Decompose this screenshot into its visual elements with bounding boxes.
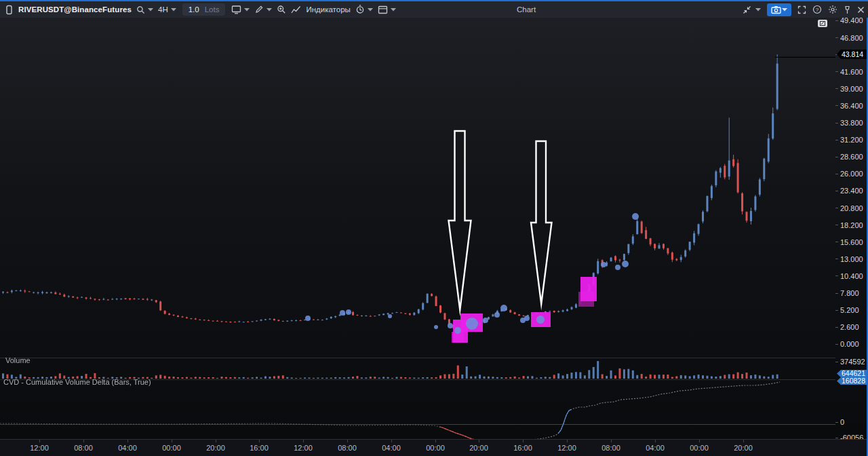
toolbar-left-group: RIVERUSDT@BinanceFutures 4H 1.0 Lots <box>0 3 396 16</box>
quantity-box[interactable]: 1.0 Lots <box>182 3 226 16</box>
time-tick-mark <box>479 440 479 442</box>
price-tick-label: 5.200 <box>840 306 859 314</box>
chart-region: Volume CVD - Cumulative Volume Delta (Ba… <box>0 18 868 439</box>
price-tick-label: 36.400 <box>840 102 863 110</box>
draw-pencil-icon[interactable] <box>254 5 264 14</box>
layout-icon[interactable] <box>378 5 388 14</box>
time-tick-label: 04:00 <box>118 444 137 452</box>
time-tick-label: 16:00 <box>513 444 532 452</box>
svg-text:?: ? <box>816 7 819 13</box>
axis-tick-mark <box>835 310 838 311</box>
time-tick-label: 08:00 <box>338 444 357 452</box>
price-axis[interactable]: 43.814 644621 160828 49.40046.80044.2004… <box>835 18 867 439</box>
time-tick-mark <box>699 440 700 442</box>
time-tick-mark <box>259 440 260 442</box>
time-tick-label: 20:00 <box>206 444 225 452</box>
axis-tick-mark <box>835 123 838 124</box>
volume-pane-label[interactable]: Volume <box>5 356 31 364</box>
time-tick-label: 12:00 <box>294 444 313 452</box>
time-axis[interactable]: 12:0008:0004:0000:0020:0016:0012:0008:00… <box>0 439 868 456</box>
chevron-down-icon[interactable] <box>148 8 153 12</box>
axis-tick-mark <box>835 208 838 208</box>
axis-tick-mark <box>835 344 838 345</box>
price-tick-label: 15.600 <box>840 238 863 246</box>
price-tick-label: 10.400 <box>840 272 863 280</box>
time-tick-mark <box>435 440 436 442</box>
axis-tick-mark <box>835 242 838 242</box>
axis-tick-mark <box>835 259 838 259</box>
quantity-value[interactable]: 1.0 <box>189 5 199 14</box>
axis-tick-mark <box>835 140 838 140</box>
price-tick-label: 26.000 <box>840 170 863 178</box>
price-chart-canvas[interactable] <box>0 18 835 439</box>
price-tick-label: 2.600 <box>840 323 859 331</box>
settings-gear-icon[interactable] <box>828 5 837 14</box>
price-tick-label: 18.200 <box>840 221 863 229</box>
price-tick-label: 7.800 <box>840 289 859 297</box>
price-tick-label: 46.800 <box>840 34 863 42</box>
interval-button[interactable]: 4H <box>158 5 168 14</box>
chevron-down-icon[interactable] <box>244 8 250 12</box>
axis-tick-mark <box>835 438 838 438</box>
volume-value-badge: 644621 <box>837 370 867 377</box>
time-tick-mark <box>39 440 40 442</box>
toolbar-right-group: ? <box>743 1 865 18</box>
chevron-down-icon[interactable] <box>171 8 176 12</box>
symbol-button[interactable]: RIVERUSDT@BinanceFutures <box>18 5 132 14</box>
price-tick-label: 33.800 <box>840 119 863 127</box>
help-icon[interactable]: ? <box>812 5 822 14</box>
price-tick-label: 20.800 <box>840 204 863 212</box>
chevron-down-icon[interactable] <box>267 8 272 12</box>
time-tick-label: 16:00 <box>250 444 269 452</box>
price-tick-label: 0.000 <box>840 340 859 348</box>
axis-tick-mark <box>835 20 838 21</box>
symbol-logo-icon[interactable] <box>5 5 14 15</box>
current-price-badge: 43.814 <box>837 50 867 59</box>
cvd-value-badge: 160828 <box>837 377 867 385</box>
top-toolbar: RIVERUSDT@BinanceFutures 4H 1.0 Lots <box>0 1 868 18</box>
time-tick-mark <box>347 440 348 442</box>
restore-pane-button[interactable] <box>818 20 827 27</box>
axis-tick-mark <box>835 362 838 362</box>
snapshot-camera-button[interactable] <box>767 3 791 16</box>
cvd-pane-label[interactable]: CVD - Cumulative Volume Delta (Bars, Tru… <box>3 378 151 386</box>
trading-chart-window: RIVERUSDT@BinanceFutures 4H 1.0 Lots <box>0 0 868 456</box>
time-tick-label: 08:00 <box>74 444 93 452</box>
time-tick-label: 12:00 <box>557 444 576 452</box>
axis-tick-mark <box>835 88 838 89</box>
time-tick-mark <box>127 440 128 442</box>
time-tick-label: 08:00 <box>601 444 620 452</box>
chevron-down-icon[interactable] <box>368 8 373 12</box>
time-tick-mark <box>216 440 216 442</box>
collapse-arrows-icon[interactable] <box>743 5 751 14</box>
time-tick-label: 00:00 <box>162 444 181 452</box>
price-tick-label: 39.000 <box>840 85 863 93</box>
quantity-unit-label: Lots <box>205 5 220 14</box>
search-icon[interactable] <box>136 5 145 14</box>
time-tick-mark <box>567 440 568 442</box>
axis-tick-mark <box>835 105 838 106</box>
time-tick-label: 00:00 <box>690 444 709 452</box>
indicators-icon[interactable] <box>291 5 301 14</box>
axis-tick-mark <box>835 225 838 225</box>
chevron-down-icon[interactable] <box>391 8 396 12</box>
time-tick-mark <box>611 440 612 442</box>
close-icon[interactable] <box>857 6 865 14</box>
time-tick-label: 00:00 <box>426 444 445 452</box>
chevron-down-icon[interactable] <box>782 8 787 12</box>
zoom-in-icon[interactable] <box>277 5 286 14</box>
time-tick-label: 12:00 <box>30 444 49 452</box>
price-tick-label: 49.400 <box>840 18 863 24</box>
price-tick-label: 23.400 <box>840 187 863 195</box>
time-tick-label: 20:00 <box>734 444 753 452</box>
axis-tick-mark <box>835 37 838 38</box>
fullscreen-icon[interactable] <box>797 5 806 14</box>
window-title: Chart <box>517 1 536 18</box>
axis-tick-mark <box>835 191 838 191</box>
pin-icon[interactable] <box>844 5 851 14</box>
chevron-down-icon[interactable] <box>755 8 761 12</box>
indicators-button[interactable]: Индикаторы <box>306 5 350 14</box>
chart-style-icon[interactable] <box>231 5 241 14</box>
time-tick-mark <box>743 440 744 442</box>
alert-clock-icon[interactable] <box>355 5 365 14</box>
